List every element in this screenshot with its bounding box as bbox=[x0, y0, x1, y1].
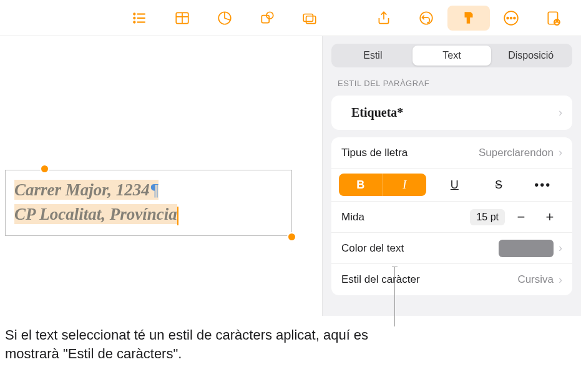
paragraph-style-row[interactable]: Etiqueta* › bbox=[331, 96, 572, 130]
document-canvas[interactable]: Carrer Major, 1234¶ CP Localitat, Provín… bbox=[0, 36, 323, 316]
svg-rect-3 bbox=[137, 17, 145, 18]
svg-rect-1 bbox=[137, 13, 145, 14]
svg-point-14 bbox=[420, 12, 432, 24]
paragraph-style-name: Etiqueta* bbox=[341, 96, 554, 130]
chevron-right-icon: › bbox=[559, 146, 562, 159]
svg-rect-15 bbox=[467, 17, 470, 23]
svg-point-2 bbox=[133, 16, 135, 19]
svg-point-18 bbox=[510, 17, 512, 19]
list-icon[interactable] bbox=[119, 6, 161, 31]
tab-style[interactable]: Estil bbox=[333, 46, 413, 66]
shape-icon[interactable] bbox=[246, 6, 288, 31]
chevron-right-icon: › bbox=[559, 242, 562, 255]
color-row[interactable]: Color del text › bbox=[331, 233, 572, 264]
format-icon[interactable] bbox=[447, 6, 490, 31]
svg-point-4 bbox=[133, 21, 135, 23]
format-inspector: Estil Text Disposició ESTIL DEL PARÀGRAF… bbox=[323, 36, 581, 316]
character-style-value: Cursiva bbox=[517, 273, 554, 286]
text-style-row: B I U S ••• bbox=[331, 169, 572, 202]
toolbar-right bbox=[363, 6, 575, 31]
paragraph-style-card: Etiqueta* › bbox=[331, 96, 572, 130]
bold-button[interactable]: B bbox=[339, 174, 383, 196]
table-icon[interactable] bbox=[161, 6, 203, 31]
font-card: Tipus de lletra Superclarendon › B I U S… bbox=[331, 137, 572, 295]
chevron-right-icon: › bbox=[559, 106, 562, 119]
more-styles-button[interactable]: ••• bbox=[520, 174, 565, 196]
text-line-2: CP Localitat, Província bbox=[14, 202, 283, 227]
svg-rect-5 bbox=[137, 21, 145, 22]
undo-icon[interactable] bbox=[405, 6, 447, 31]
svg-point-0 bbox=[133, 12, 135, 15]
text-line-1: Carrer Major, 1234¶ bbox=[14, 178, 283, 202]
svg-rect-12 bbox=[303, 14, 313, 21]
size-decrease-button[interactable]: − bbox=[509, 207, 534, 228]
caption-text: Si el text seleccionat té un estil de ca… bbox=[5, 326, 404, 363]
collab-icon[interactable] bbox=[532, 6, 575, 31]
more-icon[interactable] bbox=[490, 6, 532, 31]
font-value: Superclarendon bbox=[479, 147, 554, 159]
tab-layout[interactable]: Disposició bbox=[491, 46, 570, 66]
italic-button[interactable]: I bbox=[383, 174, 427, 196]
share-icon[interactable] bbox=[363, 6, 405, 31]
font-row[interactable]: Tipus de lletra Superclarendon › bbox=[331, 137, 572, 169]
text-cursor bbox=[177, 207, 178, 225]
font-label: Tipus de lletra bbox=[341, 147, 479, 159]
selection-handle-start[interactable] bbox=[40, 164, 49, 174]
inspector-tabs: Estil Text Disposició bbox=[331, 44, 572, 67]
pilcrow-icon: ¶ bbox=[151, 180, 159, 199]
main-area: Carrer Major, 1234¶ CP Localitat, Provín… bbox=[0, 36, 581, 316]
tab-text[interactable]: Text bbox=[413, 46, 492, 66]
size-label: Mida bbox=[341, 211, 470, 223]
callout-line bbox=[394, 267, 395, 326]
svg-rect-13 bbox=[306, 16, 316, 23]
color-label: Color del text bbox=[341, 242, 499, 255]
toolbar-left bbox=[119, 6, 331, 31]
selected-textbox[interactable]: Carrer Major, 1234¶ CP Localitat, Provín… bbox=[5, 170, 292, 236]
toolbar bbox=[0, 0, 581, 36]
svg-point-17 bbox=[507, 17, 509, 19]
character-style-row[interactable]: Estil del caràcter Cursiva › bbox=[331, 264, 572, 295]
color-swatch[interactable] bbox=[499, 240, 554, 257]
paragraph-section-label: ESTIL DEL PARÀGRAF bbox=[331, 75, 572, 88]
character-style-label: Estil del caràcter bbox=[341, 273, 517, 286]
selection-handle-end[interactable] bbox=[287, 232, 296, 242]
size-value[interactable]: 15 pt bbox=[470, 209, 505, 225]
strikethrough-button[interactable]: S bbox=[477, 174, 521, 196]
underline-button[interactable]: U bbox=[432, 174, 477, 196]
media-icon[interactable] bbox=[288, 6, 331, 31]
svg-rect-10 bbox=[261, 15, 269, 22]
svg-point-19 bbox=[514, 17, 515, 19]
size-row: Mida 15 pt − + bbox=[331, 202, 572, 233]
size-increase-button[interactable]: + bbox=[537, 207, 562, 228]
chart-icon[interactable] bbox=[203, 6, 246, 31]
size-stepper: − + bbox=[509, 207, 562, 228]
bold-italic-toggle: B I bbox=[339, 174, 426, 196]
chevron-right-icon: › bbox=[559, 273, 562, 287]
